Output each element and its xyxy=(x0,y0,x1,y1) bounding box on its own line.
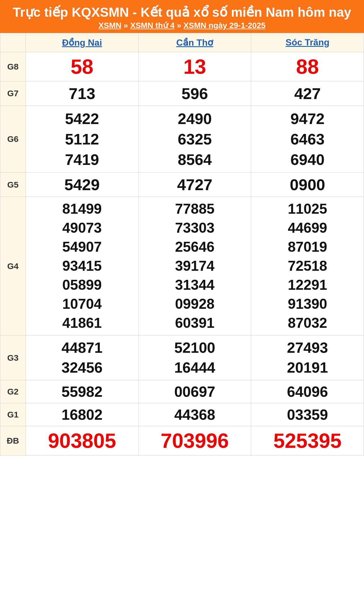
g4-st-7: 87032 xyxy=(288,314,327,332)
g7-can-tho: 596 xyxy=(138,81,251,106)
g4-can-tho: 77885 73303 25646 39174 31344 09928 6039… xyxy=(138,197,251,335)
g3-soc-trang: 27493 20191 xyxy=(251,335,364,380)
g7-dong-nai: 713 xyxy=(26,81,139,106)
g4-ct-2: 73303 xyxy=(175,219,214,237)
db-soc-trang: 525395 xyxy=(251,426,364,456)
row-g5: G5 5429 4727 0900 xyxy=(0,173,364,197)
g6-soc-trang-multi: 9472 6463 6940 xyxy=(252,109,363,170)
breadcrumb-date[interactable]: XSMN ngày 29-1-2025 xyxy=(183,21,265,30)
g3-can-tho-multi: 52100 16444 xyxy=(140,338,250,377)
g3-dn-1: 44871 xyxy=(62,338,103,358)
g4-st-3: 87019 xyxy=(288,238,327,256)
g8-can-tho: 13 xyxy=(138,52,251,81)
g4-st-6: 91390 xyxy=(288,295,327,313)
g6-can-tho-3: 8564 xyxy=(178,150,212,169)
g3-st-1: 27493 xyxy=(287,338,328,358)
row-g7: G7 713 596 427 xyxy=(0,81,364,106)
g4-dong-nai-multi: 81499 49073 54907 93415 05899 10704 4186… xyxy=(27,200,137,332)
g1-can-tho: 44368 xyxy=(138,403,251,426)
g4-st-5: 12291 xyxy=(288,276,327,294)
g6-soc-trang-3: 6940 xyxy=(291,150,325,169)
g4-ct-6: 09928 xyxy=(175,295,214,313)
g4-dn-5: 05899 xyxy=(62,276,102,294)
g6-can-tho: 2490 6325 8564 xyxy=(138,106,251,173)
g8-soc-trang: 88 xyxy=(251,52,364,81)
g3-st-2: 20191 xyxy=(287,358,328,377)
page-title: Trực tiếp KQXSMN - Kết quả xổ số miền Na… xyxy=(3,5,361,20)
g4-dn-4: 93415 xyxy=(62,257,102,275)
col-header-dong-nai[interactable]: Đồng Nai xyxy=(26,33,139,52)
col-header-label xyxy=(0,33,26,52)
g4-can-tho-multi: 77885 73303 25646 39174 31344 09928 6039… xyxy=(140,200,250,332)
row-g3: G3 44871 32456 52100 16444 27493 20191 xyxy=(0,335,364,380)
g4-dn-6: 10704 xyxy=(62,295,102,313)
label-g2: G2 xyxy=(0,380,26,403)
g4-ct-3: 25646 xyxy=(175,238,214,256)
g6-soc-trang-1: 9472 xyxy=(291,109,325,129)
g3-dong-nai: 44871 32456 xyxy=(26,335,139,380)
col-header-can-tho[interactable]: Cần Thơ xyxy=(138,33,251,52)
label-db: ĐB xyxy=(0,426,26,456)
g4-st-2: 44699 xyxy=(288,219,327,237)
label-g1: G1 xyxy=(0,403,26,426)
label-g5: G5 xyxy=(0,173,26,197)
g4-ct-5: 31344 xyxy=(175,276,214,294)
g4-dn-1: 81499 xyxy=(62,200,102,218)
row-g2: G2 55982 00697 64096 xyxy=(0,380,364,403)
g6-can-tho-multi: 2490 6325 8564 xyxy=(140,109,250,170)
db-dong-nai: 903805 xyxy=(26,426,139,456)
label-g3: G3 xyxy=(0,335,26,380)
label-g7: G7 xyxy=(0,81,26,106)
g6-dong-nai-multi: 5422 5112 7419 xyxy=(27,109,137,170)
g4-st-1: 11025 xyxy=(288,200,327,218)
g3-dong-nai-multi: 44871 32456 xyxy=(27,338,137,377)
header: Trực tiếp KQXSMN - Kết quả xổ số miền Na… xyxy=(0,0,364,33)
g5-can-tho: 4727 xyxy=(138,173,251,197)
g4-dn-2: 49073 xyxy=(62,219,102,237)
g6-dong-nai-3: 7419 xyxy=(65,150,99,169)
g8-dong-nai: 58 xyxy=(26,52,139,81)
g4-ct-7: 60391 xyxy=(175,314,214,332)
g4-soc-trang-multi: 11025 44699 87019 72518 12291 91390 8703… xyxy=(252,200,363,332)
g5-dong-nai: 5429 xyxy=(26,173,139,197)
g7-soc-trang: 427 xyxy=(251,81,364,106)
g3-soc-trang-multi: 27493 20191 xyxy=(252,338,363,377)
g6-can-tho-1: 2490 xyxy=(178,109,212,129)
g6-soc-trang: 9472 6463 6940 xyxy=(251,106,364,173)
g1-soc-trang: 03359 xyxy=(251,403,364,426)
label-g4: G4 xyxy=(0,197,26,335)
g3-dn-2: 32456 xyxy=(62,358,103,377)
breadcrumb-sep1: » xyxy=(121,21,130,30)
g2-dong-nai: 55982 xyxy=(26,380,139,403)
row-g8: G8 58 13 88 xyxy=(0,52,364,81)
g6-dong-nai: 5422 5112 7419 xyxy=(26,106,139,173)
g1-dong-nai: 16802 xyxy=(26,403,139,426)
g3-ct-2: 16444 xyxy=(174,358,215,377)
g2-can-tho: 00697 xyxy=(138,380,251,403)
breadcrumb-thu4[interactable]: XSMN thứ 4 xyxy=(130,21,174,30)
g6-dong-nai-1: 5422 xyxy=(65,109,99,129)
g4-ct-4: 39174 xyxy=(175,257,214,275)
breadcrumb-sep2: » xyxy=(175,21,183,30)
g2-soc-trang: 64096 xyxy=(251,380,364,403)
g6-soc-trang-2: 6463 xyxy=(291,129,325,149)
col-header-soc-trang[interactable]: Sóc Trăng xyxy=(251,33,364,52)
g4-dn-3: 54907 xyxy=(62,238,102,256)
row-db: ĐB 903805 703996 525395 xyxy=(0,426,364,456)
row-g4: G4 81499 49073 54907 93415 05899 10704 4… xyxy=(0,197,364,335)
g4-soc-trang: 11025 44699 87019 72518 12291 91390 8703… xyxy=(251,197,364,335)
g4-ct-1: 77885 xyxy=(175,200,214,218)
breadcrumb-xsmn[interactable]: XSMN xyxy=(98,21,121,30)
row-g6: G6 5422 5112 7419 2490 6325 8564 9472 64 xyxy=(0,106,364,173)
g4-st-4: 72518 xyxy=(288,257,327,275)
g3-can-tho: 52100 16444 xyxy=(138,335,251,380)
g5-soc-trang: 0900 xyxy=(251,173,364,197)
label-g8: G8 xyxy=(0,52,26,81)
results-table: Đồng Nai Cần Thơ Sóc Trăng G8 58 13 88 G… xyxy=(0,33,364,456)
g3-ct-1: 52100 xyxy=(174,338,215,358)
db-can-tho: 703996 xyxy=(138,426,251,456)
row-g1: G1 16802 44368 03359 xyxy=(0,403,364,426)
g6-can-tho-2: 6325 xyxy=(178,129,212,149)
breadcrumb: XSMN » XSMN thứ 4 » XSMN ngày 29-1-2025 xyxy=(3,21,361,30)
g4-dong-nai: 81499 49073 54907 93415 05899 10704 4186… xyxy=(26,197,139,335)
